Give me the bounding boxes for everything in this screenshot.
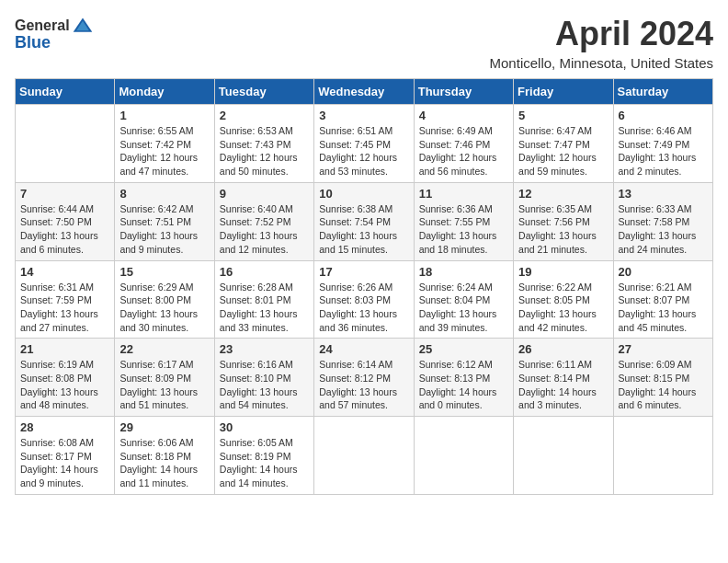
calendar-cell: 19Sunrise: 6:22 AM Sunset: 8:05 PM Dayli… xyxy=(514,260,613,339)
calendar-cell: 17Sunrise: 6:26 AM Sunset: 8:03 PM Dayli… xyxy=(314,260,414,339)
day-info: Sunrise: 6:05 AM Sunset: 8:19 PM Dayligh… xyxy=(220,436,309,490)
day-number: 21 xyxy=(20,342,109,356)
weekday-header-tuesday: Tuesday xyxy=(214,79,313,105)
day-info: Sunrise: 6:29 AM Sunset: 8:00 PM Dayligh… xyxy=(119,281,209,335)
day-number: 19 xyxy=(518,265,608,279)
day-info: Sunrise: 6:09 AM Sunset: 8:15 PM Dayligh… xyxy=(619,358,708,412)
week-row-1: 1Sunrise: 6:55 AM Sunset: 7:42 PM Daylig… xyxy=(16,105,713,183)
day-info: Sunrise: 6:21 AM Sunset: 8:07 PM Dayligh… xyxy=(619,281,708,335)
weekday-header-row: SundayMondayTuesdayWednesdayThursdayFrid… xyxy=(16,79,713,105)
calendar-cell: 12Sunrise: 6:35 AM Sunset: 7:56 PM Dayli… xyxy=(514,182,613,260)
calendar-cell: 4Sunrise: 6:49 AM Sunset: 7:46 PM Daylig… xyxy=(414,105,513,183)
calendar-cell: 27Sunrise: 6:09 AM Sunset: 8:15 PM Dayli… xyxy=(613,339,712,417)
day-number: 8 xyxy=(119,187,209,201)
calendar-cell: 30Sunrise: 6:05 AM Sunset: 8:19 PM Dayli… xyxy=(214,417,313,495)
day-info: Sunrise: 6:11 AM Sunset: 8:14 PM Dayligh… xyxy=(518,358,608,412)
day-info: Sunrise: 6:08 AM Sunset: 8:17 PM Dayligh… xyxy=(20,436,109,490)
day-number: 9 xyxy=(220,187,309,201)
calendar-cell: 14Sunrise: 6:31 AM Sunset: 7:59 PM Dayli… xyxy=(16,260,115,339)
day-number: 14 xyxy=(20,265,109,279)
calendar-cell: 11Sunrise: 6:36 AM Sunset: 7:55 PM Dayli… xyxy=(414,182,513,260)
day-info: Sunrise: 6:55 AM Sunset: 7:42 PM Dayligh… xyxy=(119,124,209,178)
calendar-cell: 10Sunrise: 6:38 AM Sunset: 7:54 PM Dayli… xyxy=(314,182,414,260)
day-number: 13 xyxy=(619,187,708,201)
day-number: 7 xyxy=(20,187,109,201)
day-number: 11 xyxy=(419,187,508,201)
week-row-2: 7Sunrise: 6:44 AM Sunset: 7:50 PM Daylig… xyxy=(16,182,713,260)
weekday-header-thursday: Thursday xyxy=(414,79,513,105)
day-number: 6 xyxy=(619,109,708,122)
day-info: Sunrise: 6:12 AM Sunset: 8:13 PM Dayligh… xyxy=(419,358,508,412)
day-info: Sunrise: 6:47 AM Sunset: 7:47 PM Dayligh… xyxy=(518,124,608,178)
title-block: April 2024 Monticello, Minnesota, United… xyxy=(490,15,713,71)
day-info: Sunrise: 6:49 AM Sunset: 7:46 PM Dayligh… xyxy=(419,124,508,178)
weekday-header-wednesday: Wednesday xyxy=(314,79,414,105)
logo-general-text: General xyxy=(15,17,70,34)
calendar-cell xyxy=(613,417,712,495)
week-row-4: 21Sunrise: 6:19 AM Sunset: 8:08 PM Dayli… xyxy=(16,339,713,417)
calendar-cell: 3Sunrise: 6:51 AM Sunset: 7:45 PM Daylig… xyxy=(314,105,414,183)
calendar-cell: 24Sunrise: 6:14 AM Sunset: 8:12 PM Dayli… xyxy=(314,339,414,417)
calendar-cell xyxy=(16,105,115,183)
weekday-header-monday: Monday xyxy=(115,79,214,105)
day-info: Sunrise: 6:42 AM Sunset: 7:51 PM Dayligh… xyxy=(119,202,209,257)
calendar-cell: 15Sunrise: 6:29 AM Sunset: 8:00 PM Dayli… xyxy=(115,260,214,339)
day-number: 24 xyxy=(319,342,408,356)
day-number: 18 xyxy=(419,265,508,279)
day-info: Sunrise: 6:35 AM Sunset: 7:56 PM Dayligh… xyxy=(518,202,608,257)
calendar-cell: 20Sunrise: 6:21 AM Sunset: 8:07 PM Dayli… xyxy=(613,260,712,339)
logo-icon xyxy=(72,15,94,37)
calendar-cell: 1Sunrise: 6:55 AM Sunset: 7:42 PM Daylig… xyxy=(115,105,214,183)
day-number: 28 xyxy=(20,420,109,434)
day-number: 5 xyxy=(518,109,608,122)
calendar-cell: 21Sunrise: 6:19 AM Sunset: 8:08 PM Dayli… xyxy=(16,339,115,417)
day-number: 27 xyxy=(619,342,708,356)
page-header: General Blue April 2024 Monticello, Minn… xyxy=(15,15,713,71)
month-title: April 2024 xyxy=(490,15,713,53)
day-number: 29 xyxy=(119,420,209,434)
day-number: 15 xyxy=(119,265,209,279)
calendar-cell: 5Sunrise: 6:47 AM Sunset: 7:47 PM Daylig… xyxy=(514,105,613,183)
day-number: 4 xyxy=(419,109,508,122)
calendar-cell: 18Sunrise: 6:24 AM Sunset: 8:04 PM Dayli… xyxy=(414,260,513,339)
week-row-5: 28Sunrise: 6:08 AM Sunset: 8:17 PM Dayli… xyxy=(16,417,713,495)
day-number: 22 xyxy=(119,342,209,356)
day-number: 2 xyxy=(220,109,309,122)
calendar-table: SundayMondayTuesdayWednesdayThursdayFrid… xyxy=(15,78,713,495)
calendar-cell xyxy=(414,417,513,495)
calendar-cell: 2Sunrise: 6:53 AM Sunset: 7:43 PM Daylig… xyxy=(214,105,313,183)
day-info: Sunrise: 6:14 AM Sunset: 8:12 PM Dayligh… xyxy=(319,358,408,412)
day-info: Sunrise: 6:53 AM Sunset: 7:43 PM Dayligh… xyxy=(220,124,309,178)
day-info: Sunrise: 6:19 AM Sunset: 8:08 PM Dayligh… xyxy=(20,358,109,412)
day-info: Sunrise: 6:28 AM Sunset: 8:01 PM Dayligh… xyxy=(220,281,309,335)
calendar-cell: 6Sunrise: 6:46 AM Sunset: 7:49 PM Daylig… xyxy=(613,105,712,183)
calendar-cell: 16Sunrise: 6:28 AM Sunset: 8:01 PM Dayli… xyxy=(214,260,313,339)
day-info: Sunrise: 6:22 AM Sunset: 8:05 PM Dayligh… xyxy=(518,281,608,335)
weekday-header-friday: Friday xyxy=(514,79,613,105)
day-number: 16 xyxy=(220,265,309,279)
day-number: 30 xyxy=(220,420,309,434)
weekday-header-sunday: Sunday xyxy=(16,79,115,105)
day-number: 20 xyxy=(619,265,708,279)
day-number: 26 xyxy=(518,342,608,356)
calendar-cell: 22Sunrise: 6:17 AM Sunset: 8:09 PM Dayli… xyxy=(115,339,214,417)
calendar-cell xyxy=(314,417,414,495)
day-info: Sunrise: 6:40 AM Sunset: 7:52 PM Dayligh… xyxy=(220,202,309,257)
day-info: Sunrise: 6:33 AM Sunset: 7:58 PM Dayligh… xyxy=(619,202,708,257)
day-number: 10 xyxy=(319,187,408,201)
calendar-cell: 25Sunrise: 6:12 AM Sunset: 8:13 PM Dayli… xyxy=(414,339,513,417)
calendar-cell xyxy=(514,417,613,495)
location: Monticello, Minnesota, United States xyxy=(490,55,713,71)
day-info: Sunrise: 6:16 AM Sunset: 8:10 PM Dayligh… xyxy=(220,358,309,412)
calendar-cell: 13Sunrise: 6:33 AM Sunset: 7:58 PM Dayli… xyxy=(613,182,712,260)
calendar-cell: 8Sunrise: 6:42 AM Sunset: 7:51 PM Daylig… xyxy=(115,182,214,260)
day-number: 17 xyxy=(319,265,408,279)
day-info: Sunrise: 6:38 AM Sunset: 7:54 PM Dayligh… xyxy=(319,202,408,257)
logo: General Blue xyxy=(15,15,94,52)
day-info: Sunrise: 6:24 AM Sunset: 8:04 PM Dayligh… xyxy=(419,281,508,335)
calendar-cell: 29Sunrise: 6:06 AM Sunset: 8:18 PM Dayli… xyxy=(115,417,214,495)
calendar-cell: 26Sunrise: 6:11 AM Sunset: 8:14 PM Dayli… xyxy=(514,339,613,417)
day-info: Sunrise: 6:17 AM Sunset: 8:09 PM Dayligh… xyxy=(119,358,209,412)
calendar-cell: 23Sunrise: 6:16 AM Sunset: 8:10 PM Dayli… xyxy=(214,339,313,417)
day-number: 25 xyxy=(419,342,508,356)
